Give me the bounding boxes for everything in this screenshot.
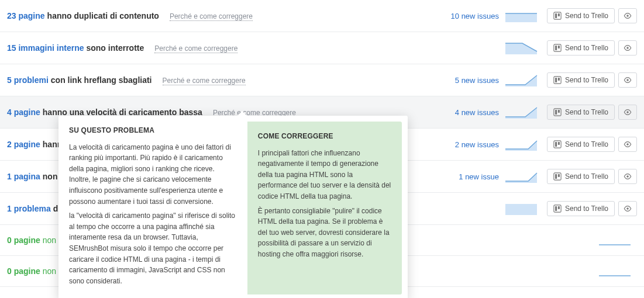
trello-icon	[553, 44, 562, 52]
svg-rect-6	[558, 46, 560, 48]
svg-rect-16	[554, 141, 561, 148]
sparkline	[505, 105, 538, 119]
svg-rect-9	[555, 78, 557, 82]
issue-count: 1 problema	[7, 204, 51, 213]
svg-rect-17	[555, 142, 557, 147]
sparkline	[505, 169, 538, 183]
svg-rect-10	[558, 78, 560, 81]
send-to-trello-button[interactable]: Send to Trello	[547, 105, 615, 120]
new-issues-badge[interactable]: 5 new issues	[455, 76, 499, 85]
svg-point-11	[626, 79, 629, 81]
issue-label: sono interrotte	[86, 43, 144, 53]
view-button[interactable]	[618, 8, 637, 23]
view-button[interactable]	[618, 72, 637, 88]
issue-count: 23 pagine	[7, 11, 45, 20]
svg-point-19	[626, 143, 629, 145]
button-label: Send to Trello	[565, 108, 608, 116]
button-label: Send to Trello	[565, 12, 608, 20]
issue-row[interactable]: 5 problemicon link hreflang sbagliatiPer…	[0, 64, 644, 96]
send-to-trello-button[interactable]: Send to Trello	[547, 137, 615, 152]
new-issues-badge[interactable]: 2 new issues	[455, 140, 499, 149]
issue-text[interactable]: 5 problemicon link hreflang sbagliatiPer…	[7, 75, 455, 85]
svg-rect-20	[554, 173, 561, 180]
svg-rect-1	[555, 13, 557, 18]
trello-icon	[553, 76, 562, 84]
issue-row[interactable]: 23 paginehanno duplicati di contenutoPer…	[0, 0, 644, 32]
button-label: Send to Trello	[565, 172, 608, 181]
view-button[interactable]	[618, 105, 637, 120]
button-label: Send to Trello	[565, 44, 608, 52]
eye-icon	[624, 140, 632, 148]
eye-icon	[624, 205, 632, 213]
tooltip-fix-text: I principali fattori che influenzano neg…	[258, 148, 391, 202]
svg-rect-18	[558, 142, 560, 145]
button-label: Send to Trello	[565, 76, 608, 84]
sparkline	[598, 295, 631, 298]
send-to-trello-button[interactable]: Send to Trello	[547, 169, 615, 184]
help-tooltip: SU QUESTO PROBLEMA La velocità di carica…	[58, 116, 408, 298]
trello-icon	[553, 12, 562, 20]
sparkline	[505, 9, 538, 23]
issue-count: 0 pagine	[7, 235, 40, 245]
svg-point-23	[626, 175, 629, 178]
sparkline	[505, 41, 538, 55]
trello-icon	[553, 172, 562, 181]
svg-rect-22	[558, 174, 560, 177]
svg-point-3	[626, 15, 629, 17]
issue-count: 4 pagine	[7, 108, 40, 117]
send-to-trello-button[interactable]: Send to Trello	[547, 201, 615, 216]
svg-rect-5	[555, 46, 557, 50]
svg-rect-2	[558, 13, 560, 16]
eye-icon	[624, 172, 632, 181]
why-and-how-link[interactable]: Perché e come correggere	[154, 44, 237, 53]
sparkline	[505, 137, 538, 151]
send-to-trello-button[interactable]: Send to Trello	[547, 8, 615, 23]
trello-icon	[553, 108, 562, 116]
svg-rect-27	[558, 206, 560, 209]
issue-label: hanno duplicati di contenuto	[47, 11, 159, 20]
sparkline	[505, 73, 538, 87]
issue-count: 5 problemi	[7, 75, 49, 85]
view-button[interactable]	[618, 137, 637, 152]
view-button[interactable]	[618, 201, 637, 216]
button-label: Send to Trello	[565, 205, 608, 213]
svg-point-28	[626, 207, 629, 210]
sparkline	[598, 233, 631, 247]
send-to-trello-button[interactable]: Send to Trello	[547, 40, 615, 56]
svg-rect-24	[505, 204, 537, 215]
issue-text[interactable]: 23 paginehanno duplicati di contenutoPer…	[7, 11, 451, 21]
issue-row[interactable]: 15 immagini internesono interrottePerché…	[0, 32, 644, 64]
svg-rect-21	[555, 174, 557, 179]
tooltip-about-heading: SU QUESTO PROBLEMA	[69, 125, 237, 136]
svg-point-7	[626, 47, 629, 49]
svg-rect-13	[555, 110, 557, 115]
tooltip-about-text: la "velocità di caricamento pagina" si r…	[69, 210, 237, 286]
send-to-trello-button[interactable]: Send to Trello	[547, 72, 615, 88]
issue-count: 0 pagine	[7, 266, 40, 276]
eye-icon	[624, 76, 632, 84]
issue-count: 1 pagina	[7, 172, 40, 181]
svg-rect-0	[554, 12, 561, 19]
trello-icon	[553, 140, 562, 148]
new-issues-badge[interactable]: 10 new issues	[451, 12, 499, 20]
tooltip-fix-heading: COME CORREGGERE	[258, 131, 391, 142]
view-button[interactable]	[618, 40, 637, 56]
new-issues-badge[interactable]: 4 new issues	[455, 108, 499, 117]
button-label: Send to Trello	[565, 140, 608, 148]
issue-label: con link hreflang sbagliati	[51, 75, 152, 85]
issue-count: 15 immagini interne	[7, 43, 84, 53]
view-button[interactable]	[618, 169, 637, 184]
sparkline	[598, 264, 631, 278]
svg-rect-14	[558, 110, 560, 113]
svg-rect-8	[554, 77, 561, 84]
tooltip-about-text: La velocità di caricamento pagina è uno …	[69, 142, 237, 207]
svg-rect-25	[554, 205, 561, 212]
eye-icon	[624, 12, 632, 20]
why-and-how-link[interactable]: Perché e come correggere	[170, 12, 253, 21]
why-and-how-link[interactable]: Perché e come correggere	[163, 77, 246, 85]
eye-icon	[624, 44, 632, 52]
new-issues-badge[interactable]: 1 new issue	[459, 172, 499, 181]
tooltip-fix-text: È pertanto consigliabile "pulire" il cod…	[258, 206, 391, 260]
eye-icon	[624, 108, 632, 116]
issue-text[interactable]: 15 immagini internesono interrottePerché…	[7, 43, 505, 53]
